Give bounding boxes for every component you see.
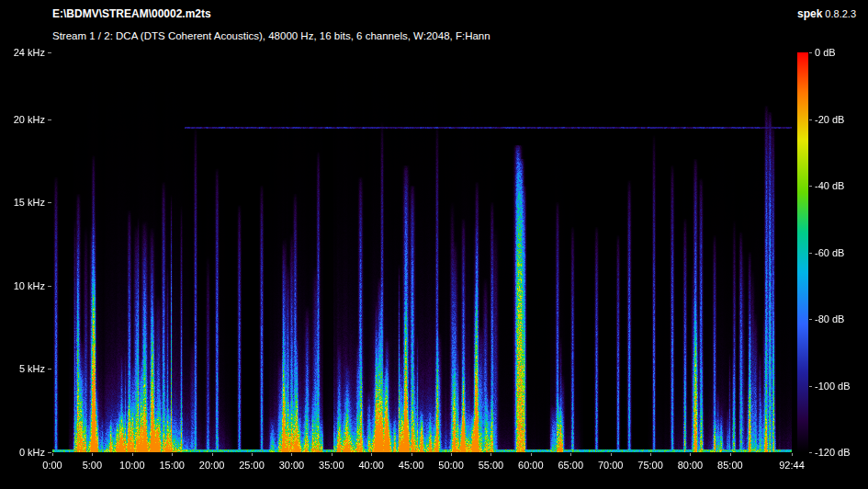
spectrogram-canvas: [52, 52, 792, 452]
legend-gradient-bar: [797, 52, 808, 452]
time-tick-label: 70:00: [591, 460, 631, 471]
freq-tick: [48, 52, 51, 53]
time-tick-label: 30:00: [271, 460, 311, 471]
legend-tick-label: -20 dB: [815, 114, 866, 125]
time-tick: [291, 453, 292, 456]
time-tick: [252, 453, 253, 456]
time-tick-label: 10:00: [112, 460, 152, 471]
time-tick: [332, 453, 333, 456]
time-tick: [371, 453, 372, 456]
freq-tick: [48, 286, 51, 287]
legend-tick: [809, 119, 812, 120]
freq-tick: [48, 119, 51, 120]
time-tick: [730, 453, 731, 456]
legend-tick-label: -120 dB: [815, 447, 866, 458]
legend-tick: [809, 52, 812, 53]
time-tick-label: 60:00: [511, 460, 551, 471]
time-tick-label: 35:00: [311, 460, 352, 471]
file-path-title: E:\BDMV\STREAM\00002.m2ts: [52, 7, 211, 20]
freq-tick: [48, 452, 51, 453]
time-tick-label: 25:00: [231, 460, 272, 471]
time-tick: [490, 453, 491, 456]
legend-tick-label: 0 dB: [815, 47, 866, 58]
time-tick: [650, 453, 651, 456]
freq-tick-label: 5 kHz: [0, 363, 45, 374]
time-tick: [52, 453, 53, 456]
legend-tick-label: -60 dB: [815, 247, 866, 258]
legend-tick: [809, 452, 812, 453]
time-tick-label: 50:00: [431, 460, 471, 471]
time-tick-label: 15:00: [152, 460, 192, 471]
time-tick: [570, 453, 571, 456]
time-tick: [451, 453, 452, 456]
time-tick-label: 85:00: [710, 460, 750, 471]
time-tick-label: 65:00: [550, 460, 591, 471]
time-tick-label: 40:00: [351, 460, 391, 471]
legend-tick: [809, 386, 812, 387]
time-tick-label: 20:00: [192, 460, 232, 471]
time-tick-label: 92:44: [772, 460, 812, 471]
time-tick-label: 5:00: [72, 460, 112, 471]
time-tick: [792, 453, 793, 456]
time-tick: [690, 453, 691, 456]
freq-tick-label: 15 kHz: [0, 197, 45, 208]
time-tick: [611, 453, 612, 456]
app-version: 0.8.2.3: [825, 8, 856, 19]
time-tick-label: 80:00: [670, 460, 710, 471]
stream-info: Stream 1 / 2: DCA (DTS Coherent Acoustic…: [52, 30, 490, 41]
legend-tick: [809, 319, 812, 320]
freq-tick-label: 0 kHz: [0, 447, 45, 458]
legend-tick-label: -80 dB: [815, 313, 866, 324]
app-name: spek: [797, 7, 822, 20]
time-tick: [411, 453, 412, 456]
time-tick: [132, 453, 133, 456]
legend-tick: [809, 253, 812, 254]
time-tick-label: 55:00: [470, 460, 511, 471]
legend-tick-label: -100 dB: [815, 381, 866, 392]
time-tick: [172, 453, 173, 456]
time-tick: [92, 453, 93, 456]
legend-tick: [809, 186, 812, 187]
freq-tick-label: 10 kHz: [0, 280, 45, 291]
spek-window: E:\BDMV\STREAM\00002.m2ts spek0.8.2.3 St…: [0, 0, 868, 489]
app-brand: spek0.8.2.3: [797, 7, 856, 20]
freq-tick: [48, 369, 51, 370]
time-tick-label: 45:00: [391, 460, 432, 471]
freq-tick-label: 20 kHz: [0, 114, 45, 125]
time-tick: [212, 453, 213, 456]
freq-tick-label: 24 kHz: [0, 47, 45, 58]
freq-tick: [48, 202, 51, 203]
time-tick-label: 0:00: [32, 460, 73, 471]
time-tick: [531, 453, 532, 456]
legend-tick-label: -40 dB: [815, 180, 866, 191]
time-tick-label: 75:00: [630, 460, 671, 471]
